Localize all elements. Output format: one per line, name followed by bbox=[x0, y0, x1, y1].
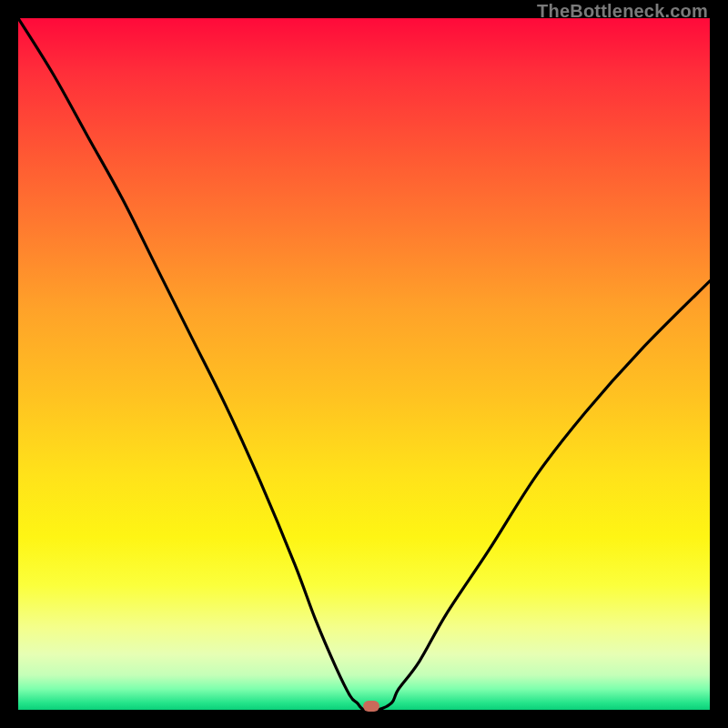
curve-path bbox=[18, 18, 710, 710]
watermark-text: TheBottleneck.com bbox=[537, 1, 708, 22]
bottleneck-curve bbox=[18, 18, 710, 710]
optimal-marker bbox=[363, 701, 379, 712]
chart-frame: TheBottleneck.com bbox=[0, 0, 728, 728]
